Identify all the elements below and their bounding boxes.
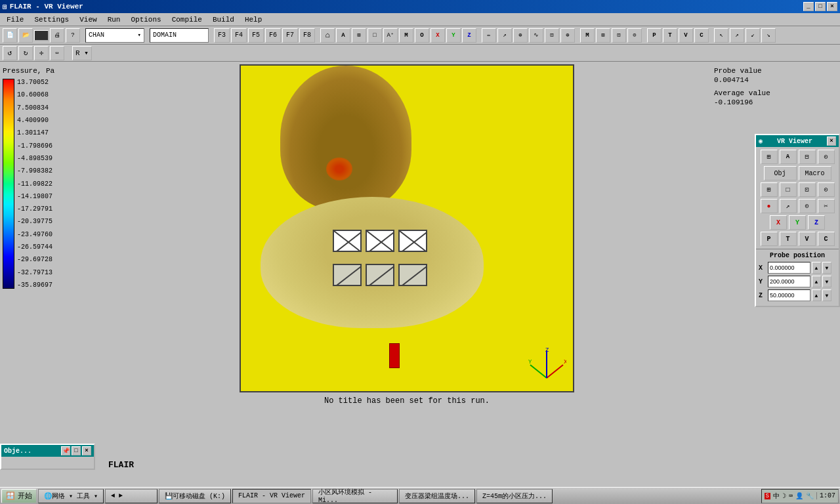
maximize-button[interactable]: □ — [815, 2, 826, 11]
z-axis-btn[interactable]: Z — [462, 28, 476, 43]
new-button[interactable]: 📄 — [3, 28, 17, 43]
taskbar-arrows[interactable]: ◄ ► — [105, 489, 158, 503]
br-btn[interactable]: ↘ — [761, 28, 776, 43]
vr-t-btn[interactable]: T — [780, 232, 797, 246]
y-axis-btn[interactable]: Y — [446, 28, 461, 43]
f6-button[interactable]: F6 — [265, 28, 281, 43]
x-axis-btn[interactable]: X — [430, 28, 445, 43]
grid-btn[interactable]: ⊞ — [352, 28, 366, 43]
f7-button[interactable]: F7 — [282, 28, 298, 43]
wave-btn[interactable]: ∿ — [529, 28, 543, 43]
tr-btn[interactable]: ↗ — [730, 28, 744, 43]
vr-x-btn[interactable]: X — [770, 215, 787, 230]
taskbar-flair[interactable]: FLAIR - VR Viewer — [232, 489, 311, 503]
pic-btn[interactable]: ⊕ — [513, 28, 528, 43]
probe-z-up[interactable]: ▲ — [812, 289, 821, 301]
vr-grid2-btn[interactable]: ⊡ — [799, 182, 816, 197]
rotate-right-btn[interactable]: ↻ — [18, 46, 33, 60]
menu-compile[interactable]: Compile — [167, 14, 207, 25]
chan-select[interactable]: CHAN ▾ — [85, 28, 144, 43]
probe-z-input[interactable] — [768, 289, 810, 301]
vr-grid-btn[interactable]: ⊞ — [761, 182, 778, 197]
menu-file[interactable]: File — [1, 14, 29, 25]
taskbar-disk[interactable]: 💾 可移动磁盘 (K:) — [159, 489, 231, 503]
vr-sphere-btn[interactable]: ⊙ — [799, 199, 816, 213]
menu-help[interactable]: Help — [240, 14, 267, 25]
obj-pin-btn[interactable]: 📌 — [61, 446, 70, 455]
m2-btn[interactable]: M — [580, 28, 595, 43]
vr-c-btn[interactable]: C — [818, 232, 835, 246]
vr-panel-close[interactable]: × — [827, 136, 836, 146]
help-icon-btn[interactable]: ? — [66, 28, 80, 43]
probe-y-up[interactable]: ▲ — [812, 276, 821, 287]
annotate-btn[interactable]: A⁺ — [383, 28, 398, 43]
f5-button[interactable]: F5 — [248, 28, 264, 43]
probe-x-input[interactable] — [768, 262, 810, 274]
taskbar-wind[interactable]: 小区风环境模拟 - Mi... — [312, 489, 398, 503]
vr-box-btn[interactable]: □ — [780, 182, 797, 197]
cursor-btn[interactable]: ⌂ — [320, 28, 335, 43]
start-button[interactable]: 🪟 开始 — [1, 489, 37, 503]
menu-settings[interactable]: Settings — [29, 14, 74, 25]
vr-fill-btn[interactable]: ● — [761, 199, 778, 213]
probe-x-up[interactable]: ▲ — [812, 262, 821, 274]
bl-btn[interactable]: ↙ — [746, 28, 760, 43]
r-dropdown[interactable]: R ▾ — [72, 46, 92, 60]
macro-button[interactable]: Macro — [799, 166, 831, 180]
probe-y-input[interactable] — [768, 276, 810, 287]
obj-button[interactable]: Obj — [764, 166, 797, 180]
open-button[interactable]: 📂 — [18, 28, 33, 43]
probe-y-down[interactable]: ▼ — [822, 276, 831, 287]
vr-p-btn[interactable]: P — [761, 232, 778, 246]
f8-button[interactable]: F8 — [299, 28, 315, 43]
vr-v-btn[interactable]: V — [799, 232, 816, 246]
menu-run[interactable]: Run — [102, 14, 126, 25]
o-btn[interactable]: O — [415, 28, 429, 43]
box-btn[interactable]: □ — [368, 28, 382, 43]
menu-build[interactable]: Build — [207, 14, 240, 25]
vr-icon-1[interactable]: ⊞ — [761, 150, 778, 164]
rotate-left-btn[interactable]: ↺ — [3, 46, 17, 60]
probe-x-down[interactable]: ▼ — [822, 262, 831, 274]
taskbar-transformer[interactable]: 变压器梁组温度场... — [399, 489, 475, 503]
vr-z-btn[interactable]: Z — [808, 215, 825, 230]
label-btn[interactable]: A — [336, 28, 350, 43]
zoom-btn[interactable]: ⊡ — [612, 28, 626, 43]
arrow-btn[interactable]: ↗ — [497, 28, 512, 43]
p-btn[interactable]: P — [647, 28, 662, 43]
viewport[interactable]: X Y Z — [240, 64, 574, 392]
probe-z-down[interactable]: ▼ — [822, 289, 831, 301]
save-button[interactable] — [34, 30, 49, 41]
obj-restore-btn[interactable]: □ — [72, 446, 81, 455]
obj-close-btn[interactable]: × — [82, 446, 91, 455]
close-button[interactable]: × — [827, 2, 837, 11]
vr-circle-btn[interactable]: ⊙ — [818, 182, 835, 197]
menu-options[interactable]: Options — [125, 14, 166, 25]
taskbar-network[interactable]: 🌐 网络 ▾ 工具 ▾ — [38, 489, 104, 503]
t-btn[interactable]: T — [663, 28, 677, 43]
tl-btn[interactable]: ↖ — [714, 28, 728, 43]
vr-y-btn[interactable]: Y — [789, 215, 806, 230]
vr-arrow2-btn[interactable]: ↗ — [780, 199, 797, 213]
minimize-button[interactable]: _ — [803, 2, 814, 11]
v-btn[interactable]: V — [679, 28, 693, 43]
grid2-btn[interactable]: ⊡ — [545, 28, 559, 43]
f4-button[interactable]: F4 — [231, 28, 247, 43]
ime-indicator[interactable]: S — [765, 493, 770, 499]
settings2-btn[interactable]: ⊙ — [627, 28, 642, 43]
target-btn[interactable]: ⊕ — [560, 28, 575, 43]
taskbar-pressure[interactable]: Z=45m的小区压力... — [476, 489, 553, 503]
vr-cut-btn[interactable]: ✂ — [818, 199, 835, 213]
menu-view[interactable]: View — [74, 14, 102, 25]
scale-btn[interactable]: ⇔ — [50, 46, 64, 60]
vr-icon-3[interactable]: ⊟ — [799, 150, 816, 164]
f3-button[interactable]: F3 — [214, 28, 230, 43]
paint-btn[interactable]: ✏ — [482, 28, 496, 43]
domain-input[interactable]: DOMAIN — [150, 28, 209, 43]
move-btn[interactable]: ✛ — [34, 46, 49, 60]
vr-icon-2[interactable]: A — [780, 150, 797, 164]
print-button[interactable]: 🖨 — [50, 28, 64, 43]
m-btn[interactable]: M — [399, 28, 413, 43]
c-btn[interactable]: C — [694, 28, 709, 43]
vr-icon-4[interactable]: ⊙ — [818, 150, 835, 164]
